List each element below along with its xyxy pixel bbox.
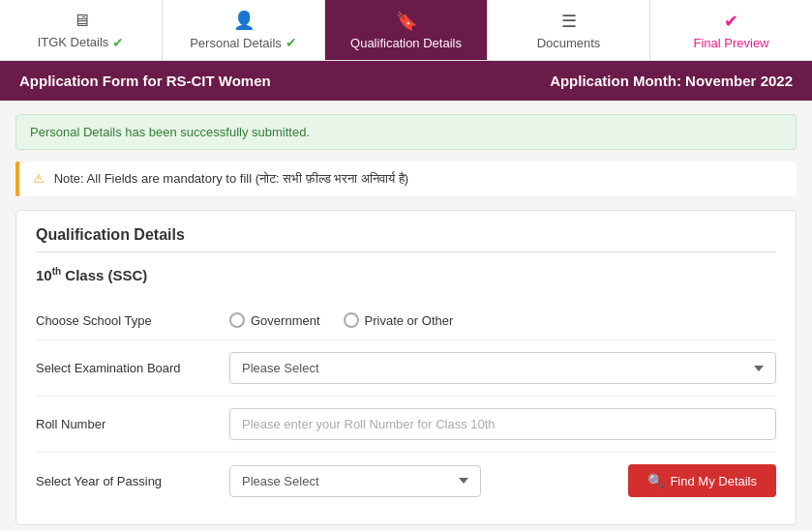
radio-government-label: Government bbox=[251, 313, 320, 328]
tab-documents-label: Documents bbox=[537, 36, 601, 50]
sub-section-sup: th bbox=[52, 266, 61, 277]
year-passing-control: Please Select bbox=[229, 465, 613, 497]
exam-board-row: Select Examination Board Please Select bbox=[36, 340, 776, 397]
roll-number-label: Roll Number bbox=[36, 417, 229, 431]
app-month: Application Month: November 2022 bbox=[550, 73, 793, 89]
tab-personal-check: ✔ bbox=[286, 35, 297, 50]
documents-icon: ☰ bbox=[561, 11, 577, 32]
tab-itgk-check: ✔ bbox=[112, 35, 124, 50]
roll-number-input[interactable] bbox=[229, 408, 776, 440]
section-title: Qualification Details bbox=[36, 226, 776, 252]
tab-itgk-label: ITGK Details bbox=[38, 35, 109, 49]
warning-message: Note: All Fields are mandatory to fill (… bbox=[54, 171, 408, 186]
radio-circle-private bbox=[344, 312, 359, 328]
exam-board-control: Please Select bbox=[229, 352, 776, 384]
content-area: Personal Details has been successfully s… bbox=[0, 101, 812, 531]
search-icon: 🔍 bbox=[647, 473, 664, 488]
sub-section-title: 10th Class (SSC) bbox=[36, 266, 776, 283]
radio-group: Government Private or Other bbox=[229, 312, 776, 328]
preview-icon: ✔ bbox=[724, 11, 738, 32]
radio-private[interactable]: Private or Other bbox=[344, 312, 454, 328]
school-type-controls: Government Private or Other bbox=[229, 312, 776, 328]
tab-preview[interactable]: ✔ Final Preview bbox=[650, 0, 812, 60]
qualification-icon: 🔖 bbox=[396, 11, 417, 32]
tab-preview-label: Final Preview bbox=[693, 36, 768, 50]
year-passing-row: Select Year of Passing Please Select 🔍 F… bbox=[36, 453, 776, 509]
radio-government[interactable]: Government bbox=[229, 312, 320, 328]
tab-bar: 🖥 ITGK Details ✔ 👤 Personal Details ✔ 🔖 … bbox=[0, 0, 812, 61]
warning-alert: ⚠ Note: All Fields are mandatory to fill… bbox=[15, 162, 797, 196]
form-card: Qualification Details 10th Class (SSC) C… bbox=[15, 210, 797, 525]
exam-board-select[interactable]: Please Select bbox=[229, 352, 776, 384]
tab-personal[interactable]: 👤 Personal Details ✔ bbox=[163, 0, 325, 60]
app-title: Application Form for RS-CIT Women bbox=[19, 73, 271, 89]
personal-icon: 👤 bbox=[233, 10, 255, 31]
tab-qualification-label: Qualification Details bbox=[350, 36, 462, 50]
exam-board-label: Select Examination Board bbox=[36, 361, 229, 375]
radio-private-label: Private or Other bbox=[365, 313, 454, 328]
sub-section-suffix: Class (SSC) bbox=[61, 267, 147, 283]
success-message: Personal Details has been successfully s… bbox=[30, 125, 310, 139]
itgk-icon: 🖥 bbox=[73, 11, 90, 31]
success-alert: Personal Details has been successfully s… bbox=[15, 114, 797, 150]
roll-number-row: Roll Number bbox=[36, 397, 776, 453]
school-type-label: Choose School Type bbox=[36, 313, 229, 328]
tab-qualification[interactable]: 🔖 Qualification Details bbox=[325, 0, 488, 60]
school-type-row: Choose School Type Government Private or… bbox=[36, 301, 776, 340]
roll-number-control bbox=[229, 408, 776, 440]
find-details-button[interactable]: 🔍 Find My Details bbox=[628, 464, 776, 497]
tab-documents[interactable]: ☰ Documents bbox=[488, 0, 650, 60]
radio-circle-government bbox=[229, 312, 245, 328]
find-button-label: Find My Details bbox=[670, 474, 757, 488]
tab-itgk[interactable]: 🖥 ITGK Details ✔ bbox=[0, 0, 163, 60]
year-passing-label: Select Year of Passing bbox=[36, 474, 229, 488]
warning-icon: ⚠ bbox=[33, 171, 45, 186]
app-header: Application Form for RS-CIT Women Applic… bbox=[0, 61, 812, 101]
year-passing-select[interactable]: Please Select bbox=[229, 465, 481, 497]
sub-section-prefix: 10 bbox=[36, 267, 52, 283]
tab-personal-label: Personal Details bbox=[190, 36, 282, 50]
